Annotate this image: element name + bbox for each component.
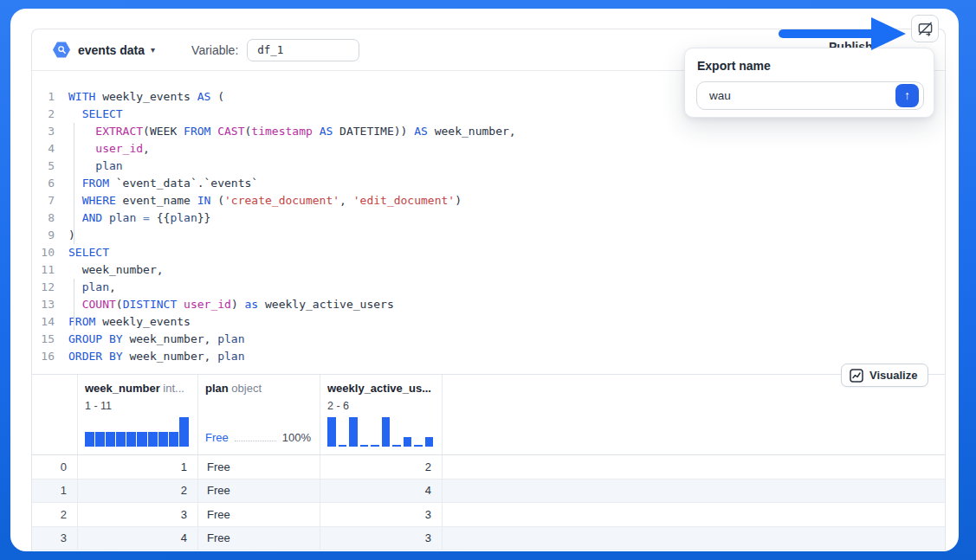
column-header-plan[interactable]: plan object Free 100% <box>198 375 320 454</box>
table-cell: 2 <box>78 480 198 504</box>
histogram-bar <box>158 432 168 447</box>
column-name: plan <box>205 382 229 395</box>
code-line[interactable]: 15GROUP BY week_number, plan <box>32 331 945 348</box>
line-number: 9 <box>32 227 68 244</box>
bigquery-source-icon <box>53 42 70 59</box>
table-cell: 3 <box>320 527 443 551</box>
table-row[interactable]: 34Free3 <box>32 527 945 551</box>
export-submit-button[interactable]: ↑ <box>895 84 919 107</box>
line-number: 12 <box>32 279 68 296</box>
table-row[interactable]: 01Free2 <box>32 455 945 480</box>
histogram-bar <box>392 445 401 447</box>
line-number: 4 <box>32 140 68 158</box>
week-number-histogram <box>85 417 189 447</box>
line-number: 16 <box>32 348 68 365</box>
column-range: 2 - 6 <box>327 400 435 412</box>
table-cell: 4 <box>78 527 198 551</box>
table-row[interactable]: 12Free4 <box>32 480 945 504</box>
histogram-bar <box>179 417 189 447</box>
table-header-row: week_number int... 1 - 11 plan object Fr… <box>32 375 945 455</box>
line-number: 10 <box>32 244 68 261</box>
table-cell <box>443 455 945 480</box>
preview-off-icon <box>917 21 934 37</box>
code-line[interactable]: 3 EXTRACT(WEEK FROM CAST(timestamp AS DA… <box>32 123 945 140</box>
histogram-bar <box>137 432 146 447</box>
histogram-bar <box>169 432 178 447</box>
indent-guide <box>74 279 74 331</box>
table-cell: 3 <box>320 503 443 527</box>
histogram-bar <box>106 432 115 447</box>
histogram-bar <box>349 417 358 447</box>
table-cell: 3 <box>32 527 78 551</box>
code-line[interactable]: 8 AND plan = {{plan}} <box>32 209 945 227</box>
histogram-bar <box>414 445 423 447</box>
table-cell: 3 <box>78 503 198 527</box>
code-line[interactable]: 12 plan, <box>32 279 945 296</box>
column-header-week-number[interactable]: week_number int... 1 - 11 <box>78 375 198 454</box>
chevron-down-icon[interactable]: ▾ <box>151 45 155 55</box>
top-value-label: Free <box>205 431 229 444</box>
histogram-bar <box>148 432 158 447</box>
line-number: 1 <box>32 88 68 106</box>
line-number: 2 <box>32 106 68 123</box>
table-cell <box>443 503 945 527</box>
variable-label: Variable: <box>191 43 238 57</box>
table-cell: 2 <box>32 503 78 527</box>
code-line[interactable]: 9) <box>32 227 945 244</box>
code-line[interactable]: 4 user_id, <box>32 140 945 158</box>
table-cell: Free <box>198 455 320 480</box>
code-line[interactable]: 5 plan <box>32 158 945 175</box>
table-cell: 1 <box>78 455 198 480</box>
column-name: weekly_active_us... <box>327 382 431 395</box>
arrow-up-icon: ↑ <box>904 88 910 102</box>
export-name-title: Export name <box>697 59 771 73</box>
column-type: int... <box>163 382 184 395</box>
table-cell: Free <box>198 480 320 504</box>
table-cell: 0 <box>32 455 78 480</box>
results-table: week_number int... 1 - 11 plan object Fr… <box>32 374 945 551</box>
code-line[interactable]: 7 WHERE event_name IN ('create_document'… <box>32 192 945 209</box>
code-line[interactable]: 11 week_number, <box>32 261 945 279</box>
variable-name-input[interactable] <box>247 39 359 61</box>
export-name-input[interactable] <box>696 81 924 110</box>
table-cell <box>443 527 945 551</box>
table-cell: 1 <box>32 480 78 504</box>
line-number: 7 <box>32 192 68 209</box>
histogram-bar <box>339 445 347 447</box>
histogram-bar <box>116 432 126 447</box>
histogram-bar <box>85 432 94 447</box>
line-number: 15 <box>32 331 68 348</box>
visualize-button[interactable]: Visualize <box>841 364 928 387</box>
plan-top-value: Free 100% <box>205 431 311 444</box>
histogram-bar <box>327 417 336 447</box>
column-header-weekly-active-users[interactable]: weekly_active_us... 2 - 6 <box>320 375 443 454</box>
table-row[interactable]: 23Free3 <box>32 503 945 527</box>
line-number: 8 <box>32 209 68 227</box>
histogram-bar <box>95 432 105 447</box>
table-cell: 4 <box>320 480 443 504</box>
line-number: 6 <box>32 175 68 192</box>
code-line[interactable]: 10SELECT <box>32 244 945 261</box>
dotted-leader <box>235 441 276 441</box>
histogram-bar <box>425 437 434 447</box>
line-number: 3 <box>32 123 68 140</box>
column-range: 1 - 11 <box>85 400 191 412</box>
line-number: 11 <box>32 261 68 279</box>
weekly-active-users-histogram <box>327 417 433 447</box>
code-line[interactable]: 16ORDER BY week_number, plan <box>32 348 945 365</box>
line-number: 5 <box>32 158 68 175</box>
code-line[interactable]: 6 FROM `event_data`.`events` <box>32 175 945 192</box>
histogram-bar <box>371 445 379 447</box>
line-number: 13 <box>32 296 68 313</box>
data-source-selector[interactable]: events data <box>78 43 145 57</box>
table-cell: 2 <box>320 455 443 480</box>
visualize-label: Visualize <box>869 369 917 382</box>
export-name-popup: Export name ↑ <box>684 48 934 118</box>
code-line[interactable]: 13 COUNT(DISTINCT user_id) as weekly_act… <box>32 296 945 313</box>
column-name: week_number <box>85 382 160 395</box>
histogram-bar <box>126 432 136 447</box>
code-line[interactable]: 14FROM weekly_events <box>32 313 945 331</box>
top-value-percent: 100% <box>282 431 311 444</box>
preview-toggle-button[interactable] <box>911 15 939 42</box>
column-type: object <box>231 382 262 395</box>
